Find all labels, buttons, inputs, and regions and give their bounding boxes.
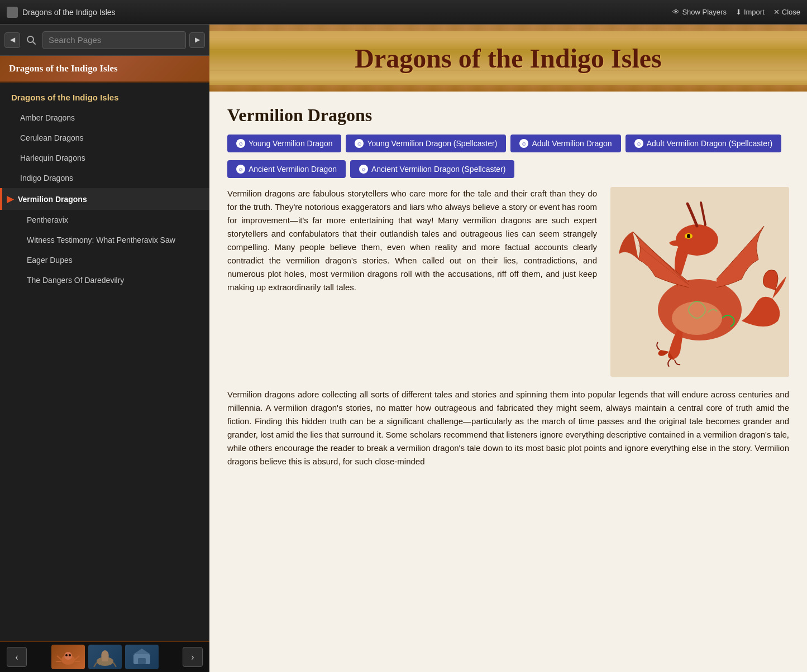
sidebar-banner-title: Dragons of the Indigo Isles: [9, 63, 118, 74]
sidebar-art-2: [88, 645, 122, 669]
sidebar-item-eager-dupes[interactable]: Eager Dupes: [0, 250, 209, 270]
sidebar-item-cerulean-dragons[interactable]: Cerulean Dragons: [0, 128, 209, 148]
close-icon: ✕: [773, 8, 780, 16]
person-icon: ☺: [236, 139, 245, 148]
description-paragraph-1: Vermilion dragons are fabulous storytell…: [227, 187, 597, 294]
person-icon-5: ☺: [236, 165, 245, 174]
svg-line-1: [33, 41, 36, 44]
dragon-svg: [610, 187, 789, 377]
title-bar-left: Dragons of the Indigo Isles: [7, 7, 116, 18]
sidebar-item-parent[interactable]: Dragons of the Indigo Isles: [0, 87, 209, 108]
import-icon: ⬇: [736, 8, 742, 16]
content-body: Vermilion Dragons ☺ Young Vermilion Drag…: [209, 92, 807, 482]
close-button[interactable]: ✕ Close: [773, 8, 800, 16]
sidebar-next-button[interactable]: ›: [183, 647, 203, 667]
page-header: Dragons of the Indigo Isles: [209, 25, 807, 92]
nav-back-button[interactable]: ◀: [4, 32, 20, 48]
sidebar-art-3: [125, 645, 159, 669]
stat-btn-adult-vermilion[interactable]: ☺ Adult Vermilion Dragon: [510, 135, 620, 152]
svg-point-20: [687, 234, 690, 238]
content-area[interactable]: Dragons of the Indigo Isles Vermilion Dr…: [209, 25, 807, 672]
sidebar-bottom-nav: ‹: [0, 641, 209, 672]
eye-icon: 👁: [672, 8, 680, 16]
title-bar: Dragons of the Indigo Isles 👁 Show Playe…: [0, 0, 807, 25]
svg-line-11: [94, 663, 97, 667]
svg-line-4: [57, 656, 61, 660]
person-icon-2: ☺: [355, 139, 364, 148]
sidebar-item-amber-dragons[interactable]: Amber Dragons: [0, 108, 209, 128]
sidebar-item-harlequin-dragons[interactable]: Harlequin Dragons: [0, 148, 209, 168]
stat-btn-adult-vermilion-spellcaster[interactable]: ☺ Adult Vermilion Dragon (Spellcaster): [625, 135, 782, 152]
svg-point-8: [65, 654, 68, 656]
import-button[interactable]: ⬇ Import: [736, 8, 765, 16]
page-header-title: Dragons of the Indigo Isles: [355, 43, 661, 74]
svg-line-6: [75, 656, 79, 660]
svg-point-23: [672, 301, 722, 335]
sidebar-item-pentheravix[interactable]: Pentheravix: [0, 210, 209, 230]
svg-point-3: [64, 652, 72, 660]
sidebar: ◀ ▶ Dragons of the Indigo Isles Dragons …: [0, 25, 209, 672]
sidebar-prev-button[interactable]: ‹: [7, 647, 27, 667]
search-forward-button[interactable]: ▶: [189, 32, 205, 48]
main-layout: ◀ ▶ Dragons of the Indigo Isles Dragons …: [0, 25, 807, 672]
dragon-description-left: Vermilion dragons are fabulous storytell…: [227, 187, 597, 377]
section-title: Vermilion Dragons: [227, 105, 789, 126]
svg-marker-14: [133, 649, 150, 654]
nav-list: Dragons of the Indigo Isles Amber Dragon…: [0, 83, 209, 641]
search-input[interactable]: [42, 31, 186, 49]
svg-rect-15: [138, 658, 146, 664]
app-icon: [7, 7, 18, 18]
stat-buttons-container: ☺ Young Vermilion Dragon ☺ Young Vermili…: [227, 135, 789, 178]
stat-btn-young-vermilion[interactable]: ☺ Young Vermilion Dragon: [227, 135, 341, 152]
dragon-illustration: [610, 187, 789, 377]
app-title: Dragons of the Indigo Isles: [22, 8, 116, 17]
sidebar-item-dangers[interactable]: The Dangers Of Daredevilry: [0, 270, 209, 290]
person-icon-3: ☺: [519, 139, 528, 148]
sidebar-item-indigo-dragons[interactable]: Indigo Dragons: [0, 168, 209, 188]
sidebar-banner: Dragons of the Indigo Isles: [0, 56, 209, 83]
sidebar-item-vermilion-dragons[interactable]: ▶ Vermilion Dragons: [0, 188, 209, 210]
person-icon-6: ☺: [359, 165, 368, 174]
title-bar-right: 👁 Show Players ⬇ Import ✕ Close: [672, 8, 800, 16]
stat-btn-ancient-vermilion-spellcaster[interactable]: ☺ Ancient Vermilion Dragon (Spellcaster): [350, 160, 514, 178]
stat-btn-ancient-vermilion[interactable]: ☺ Ancient Vermilion Dragon: [227, 160, 346, 178]
svg-line-12: [113, 663, 116, 667]
dragon-content: Vermilion dragons are fabulous storytell…: [227, 187, 789, 377]
person-icon-4: ☺: [634, 139, 643, 148]
svg-point-18: [676, 224, 718, 256]
description-paragraph-2: Vermilion dragons adore collecting all s…: [227, 388, 789, 468]
sidebar-art-1: [51, 645, 85, 669]
search-icon[interactable]: [23, 32, 39, 48]
show-players-button[interactable]: 👁 Show Players: [672, 8, 726, 16]
search-bar: ◀ ▶: [0, 25, 209, 56]
sidebar-item-witness-testimony[interactable]: Witness Testimony: What Pentheravix Saw: [0, 230, 209, 250]
stat-btn-young-vermilion-spellcaster[interactable]: ☺ Young Vermilion Dragon (Spellcaster): [346, 135, 506, 152]
svg-point-9: [69, 654, 71, 656]
active-arrow-icon: ▶: [7, 194, 13, 204]
